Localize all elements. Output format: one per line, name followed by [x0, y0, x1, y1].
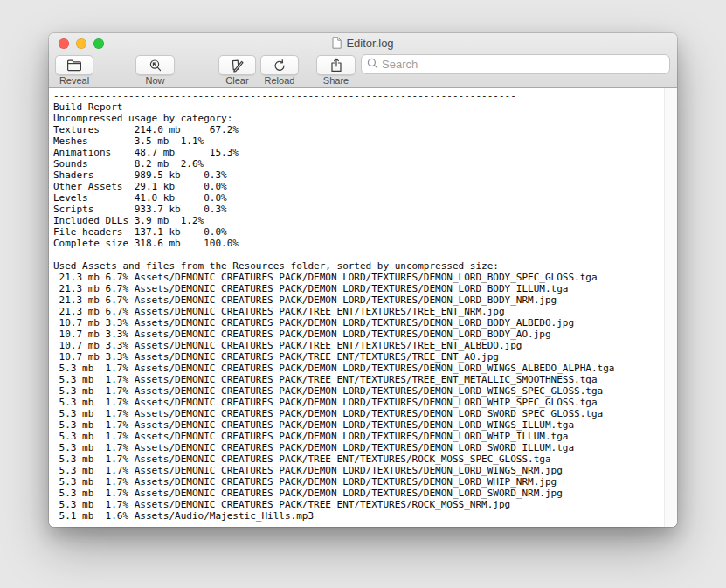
clear-button[interactable]	[218, 55, 256, 75]
title-area: Editor.log	[49, 33, 677, 52]
reveal-button[interactable]	[55, 55, 93, 75]
now-button[interactable]	[135, 55, 175, 75]
reload-label: Reload	[260, 75, 299, 86]
now-label: Now	[135, 75, 175, 86]
search-field[interactable]	[361, 54, 670, 74]
magnifier-icon	[367, 57, 378, 73]
window-chrome: Editor.log Reveal Now	[49, 33, 677, 88]
share-label: Share	[316, 75, 356, 86]
scrollbar-track[interactable]	[664, 88, 677, 527]
share-button[interactable]	[316, 55, 356, 75]
titlebar[interactable]: Editor.log	[49, 33, 677, 52]
window-title: Editor.log	[346, 37, 393, 50]
console-window: Editor.log Reveal Now	[49, 33, 677, 527]
reveal-label: Reveal	[55, 75, 93, 86]
clear-label: Clear	[218, 75, 256, 86]
reload-button[interactable]	[260, 55, 299, 75]
log-content[interactable]: ----------------------------------------…	[49, 88, 663, 527]
folder-icon	[66, 59, 82, 72]
reload-arrow-icon	[273, 59, 287, 73]
search-input[interactable]	[382, 58, 664, 71]
document-icon	[332, 37, 342, 49]
magnifier-arrow-icon	[149, 59, 162, 73]
clear-note-icon	[230, 59, 245, 73]
content-area: ----------------------------------------…	[49, 88, 677, 527]
share-icon	[330, 58, 342, 73]
